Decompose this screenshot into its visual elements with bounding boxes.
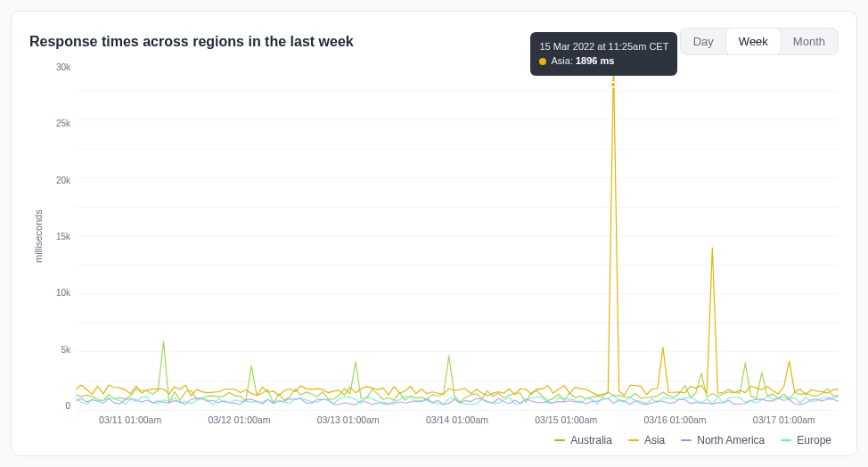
legend-swatch	[628, 439, 639, 441]
x-axis: 03/11 01:00am03/12 01:00am03/13 01:00am0…	[76, 414, 839, 425]
legend: AustraliaAsiaNorth AmericaEurope	[29, 434, 839, 447]
chart-area: milliseconds 30k25k20k15k10k5k0 15 Mar 2…	[29, 62, 839, 411]
y-tick: 5k	[44, 345, 70, 355]
hover-marker-dot	[610, 81, 617, 88]
legend-swatch	[554, 439, 565, 441]
card-header: Response times across regions in the las…	[29, 28, 839, 55]
series-svg	[76, 62, 839, 410]
response-times-card: Response times across regions in the las…	[11, 11, 857, 456]
legend-label: Australia	[570, 434, 612, 447]
legend-item-asia[interactable]: Asia	[628, 434, 665, 447]
series-asia	[76, 62, 839, 396]
y-tick: 10k	[44, 288, 70, 298]
x-tick: 03/12 01:00am	[184, 414, 293, 425]
range-month[interactable]: Month	[781, 29, 838, 54]
x-tick: 03/15 01:00am	[512, 414, 620, 425]
legend-label: Asia	[644, 434, 665, 447]
y-tick: 30k	[44, 62, 70, 72]
x-tick: 03/14 01:00am	[403, 414, 512, 425]
x-tick: 03/17 01:00am	[730, 414, 839, 425]
plot[interactable]: 15 Mar 2022 at 11:25am CET Asia: 1896 ms	[76, 62, 839, 411]
range-segmented-control: Day Week Month	[680, 28, 839, 55]
y-tick: 20k	[44, 176, 70, 185]
card-title: Response times across regions in the las…	[29, 34, 354, 50]
x-tick: 03/11 01:00am	[76, 414, 184, 425]
legend-item-north-america[interactable]: North America	[681, 434, 765, 447]
legend-swatch	[781, 439, 791, 441]
x-tick: 03/16 01:00am	[620, 414, 729, 425]
legend-label: North America	[697, 434, 765, 447]
range-week[interactable]: Week	[726, 29, 781, 54]
legend-label: Europe	[797, 434, 831, 447]
y-tick: 0	[44, 401, 70, 411]
legend-item-europe[interactable]: Europe	[781, 434, 831, 447]
y-axis-title: milliseconds	[29, 62, 44, 411]
legend-swatch	[681, 439, 692, 441]
y-axis: 30k25k20k15k10k5k0	[44, 62, 76, 411]
y-tick: 25k	[44, 119, 70, 128]
y-tick: 15k	[44, 232, 70, 242]
range-day[interactable]: Day	[681, 29, 726, 54]
x-tick: 03/13 01:00am	[294, 414, 403, 425]
legend-item-australia[interactable]: Australia	[554, 434, 612, 447]
